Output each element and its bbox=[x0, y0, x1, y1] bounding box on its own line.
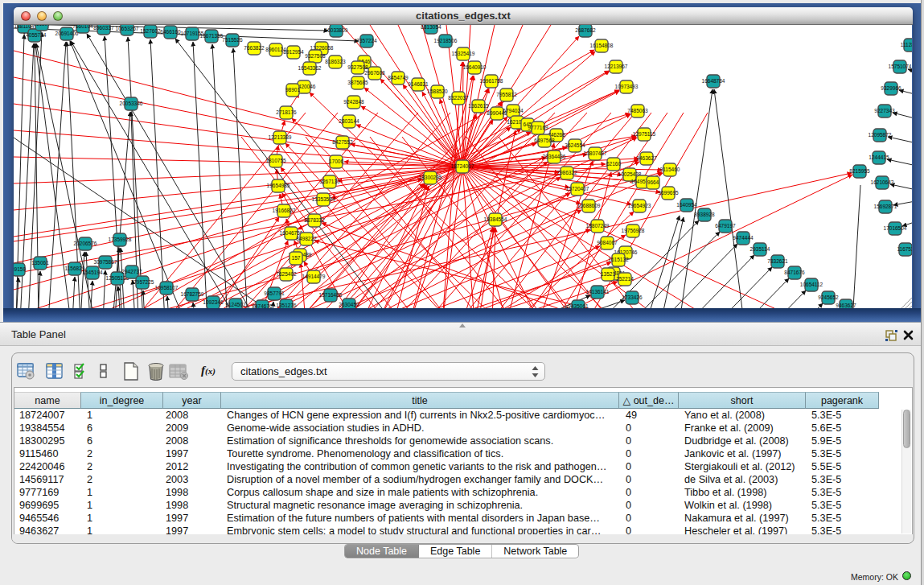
svg-text:9474444: 9474444 bbox=[733, 235, 754, 241]
svg-text:12213389: 12213389 bbox=[269, 134, 292, 140]
svg-text:9327508: 9327508 bbox=[347, 64, 368, 70]
svg-text:98901: 98901 bbox=[285, 87, 300, 93]
svg-text:15720407: 15720407 bbox=[566, 186, 589, 192]
svg-text:14136141: 14136141 bbox=[586, 289, 610, 295]
svg-text:8471676: 8471676 bbox=[784, 270, 805, 275]
svg-text:7515526: 7515526 bbox=[222, 37, 243, 43]
svg-text:16154808: 16154808 bbox=[590, 43, 614, 48]
svg-text:17006: 17006 bbox=[329, 159, 343, 164]
svg-text:2967608: 2967608 bbox=[364, 70, 385, 76]
svg-text:14914479: 14914479 bbox=[302, 274, 326, 279]
svg-text:135061: 135061 bbox=[31, 260, 49, 266]
svg-text:157: 157 bbox=[292, 255, 301, 261]
svg-text:19384554: 19384554 bbox=[484, 216, 507, 222]
svg-text:1810755: 1810755 bbox=[265, 158, 286, 163]
svg-text:9463627: 9463627 bbox=[836, 303, 856, 308]
svg-text:12213967: 12213967 bbox=[605, 64, 628, 69]
svg-text:2687682: 2687682 bbox=[575, 27, 596, 33]
svg-text:2935114: 2935114 bbox=[750, 246, 770, 252]
svg-text:39159: 39159 bbox=[14, 266, 26, 272]
svg-text:1588520: 1588520 bbox=[427, 89, 448, 94]
svg-text:6466160: 6466160 bbox=[160, 29, 181, 35]
svg-text:20364436: 20364436 bbox=[543, 154, 566, 159]
svg-text:7357224: 7357224 bbox=[356, 38, 377, 43]
svg-text:17016504: 17016504 bbox=[884, 225, 907, 231]
svg-text:19166827: 19166827 bbox=[273, 208, 296, 213]
svg-text:1615132: 1615132 bbox=[608, 257, 629, 262]
svg-text:17957225: 17957225 bbox=[131, 279, 154, 285]
svg-text:19218506: 19218506 bbox=[434, 38, 458, 43]
svg-text:30975867: 30975867 bbox=[94, 259, 117, 265]
svg-text:8215955: 8215955 bbox=[849, 168, 870, 174]
svg-text:961107: 961107 bbox=[33, 25, 51, 27]
svg-text:19654985: 19654985 bbox=[267, 183, 290, 188]
svg-text:3624554: 3624554 bbox=[565, 142, 585, 148]
svg-text:15325419: 15325419 bbox=[452, 51, 475, 56]
svg-text:13521: 13521 bbox=[601, 271, 615, 277]
svg-text:10973493: 10973493 bbox=[615, 84, 639, 89]
svg-text:18807249: 18807249 bbox=[586, 223, 610, 229]
svg-text:20053346: 20053346 bbox=[120, 101, 143, 106]
svg-text:10807487: 10807487 bbox=[584, 150, 607, 156]
svg-text:9115460: 9115460 bbox=[660, 167, 680, 172]
svg-text:8960337: 8960337 bbox=[93, 25, 114, 31]
svg-text:1545194: 1545194 bbox=[82, 270, 103, 275]
svg-text:8322037: 8322037 bbox=[448, 95, 469, 101]
svg-text:16543362: 16543362 bbox=[298, 65, 322, 71]
svg-text:19654923: 19654923 bbox=[628, 203, 651, 208]
svg-text:16782759: 16782759 bbox=[181, 291, 204, 297]
svg-text:10958107: 10958107 bbox=[155, 285, 179, 290]
svg-text:9245652: 9245652 bbox=[818, 295, 839, 300]
svg-text:16961758: 16961758 bbox=[480, 78, 503, 84]
svg-text:7663822: 7663822 bbox=[244, 45, 265, 51]
svg-text:8186323: 8186323 bbox=[325, 59, 346, 64]
svg-text:12975115: 12975115 bbox=[633, 131, 656, 137]
svg-text:1881104: 1881104 bbox=[14, 25, 35, 29]
svg-text:17359928: 17359928 bbox=[109, 237, 132, 242]
svg-text:7955812: 7955812 bbox=[496, 92, 517, 97]
svg-text:7485063: 7485063 bbox=[627, 108, 648, 113]
svg-text:20691406: 20691406 bbox=[55, 31, 79, 36]
svg-text:252214: 252214 bbox=[616, 276, 634, 282]
svg-text:8912954: 8912954 bbox=[283, 49, 304, 55]
svg-text:1244415: 1244415 bbox=[869, 154, 889, 160]
svg-text:15751074: 15751074 bbox=[889, 64, 912, 69]
svg-text:14055724: 14055724 bbox=[23, 32, 47, 38]
svg-text:9242848: 9242848 bbox=[343, 99, 364, 105]
svg-text:7986322: 7986322 bbox=[556, 170, 577, 175]
svg-text:15716485: 15716485 bbox=[319, 292, 343, 298]
svg-text:8427552: 8427552 bbox=[332, 139, 353, 145]
svg-text:8878332: 8878332 bbox=[304, 217, 325, 223]
svg-text:13353594: 13353594 bbox=[312, 196, 335, 202]
svg-text:10654112: 10654112 bbox=[800, 282, 823, 287]
svg-text:6794024: 6794024 bbox=[503, 108, 524, 113]
svg-text:2803144: 2803144 bbox=[339, 118, 359, 124]
svg-text:16640910: 16640910 bbox=[463, 64, 487, 70]
svg-text:1351276: 1351276 bbox=[276, 303, 297, 308]
svg-text:8498222: 8498222 bbox=[296, 236, 317, 241]
svg-text:7625402: 7625402 bbox=[276, 271, 297, 277]
svg-text:12095872: 12095872 bbox=[869, 132, 892, 138]
svg-text:7660104: 7660104 bbox=[72, 25, 93, 29]
svg-text:9857791: 9857791 bbox=[264, 290, 285, 296]
svg-text:16033809: 16033809 bbox=[325, 27, 348, 33]
svg-text:1640954: 1640954 bbox=[676, 202, 697, 208]
svg-text:10653267: 10653267 bbox=[116, 26, 139, 31]
svg-text:8938928: 8938928 bbox=[694, 212, 715, 217]
svg-text:1733426: 1733426 bbox=[622, 295, 643, 300]
svg-text:1112853: 1112853 bbox=[901, 42, 912, 47]
svg-text:1362615: 1362615 bbox=[468, 103, 489, 109]
svg-text:10688609: 10688609 bbox=[577, 203, 601, 208]
svg-text:19756928: 19756928 bbox=[622, 228, 645, 233]
svg-text:18724007: 18724007 bbox=[451, 163, 474, 169]
svg-text:1092346: 1092346 bbox=[203, 299, 224, 305]
svg-text:3875685: 3875685 bbox=[347, 80, 368, 85]
svg-text:2942737: 2942737 bbox=[121, 269, 142, 274]
svg-text:18300295: 18300295 bbox=[419, 175, 442, 180]
svg-text:16648784: 16648784 bbox=[702, 78, 725, 84]
svg-text:9227343: 9227343 bbox=[874, 108, 895, 113]
svg-text:9329966: 9329966 bbox=[881, 85, 901, 91]
svg-text:20206576: 20206576 bbox=[74, 241, 97, 246]
svg-text:6479197: 6479197 bbox=[715, 223, 736, 229]
svg-text:8813054: 8813054 bbox=[421, 25, 441, 30]
